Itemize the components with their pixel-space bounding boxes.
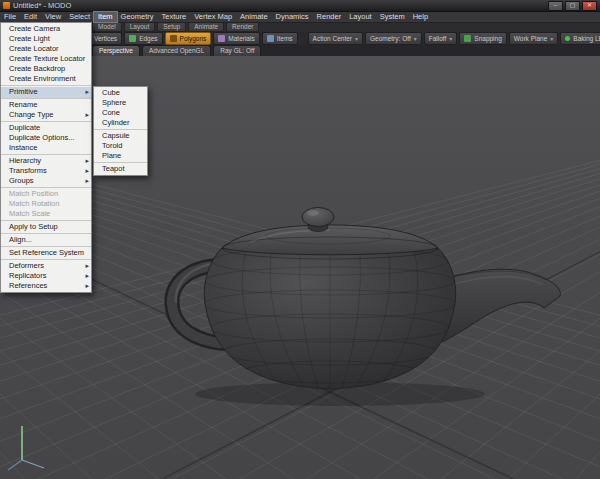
menu-item[interactable]: Change Type (1, 110, 91, 122)
menu-item[interactable]: Primitive (1, 87, 91, 99)
submenu-item[interactable]: Toroid (94, 141, 147, 151)
menu-item[interactable]: Match Scale (1, 209, 91, 221)
submenu-item[interactable]: Cylinder (94, 118, 147, 130)
menu-item[interactable]: Set Reference System (1, 248, 91, 260)
menu-item[interactable]: Groups (1, 176, 91, 188)
tool-button[interactable]: Snapping (459, 32, 506, 45)
menu-item[interactable]: Create Locator (1, 44, 91, 54)
tool-button[interactable]: Baking LE (560, 32, 600, 45)
viewport-tab[interactable]: Perspective (92, 45, 140, 56)
menubar-item[interactable]: Render (313, 12, 346, 22)
polygons-icon (170, 35, 177, 42)
menu-item[interactable]: Deformers (1, 261, 91, 271)
menubar-item[interactable]: Item (94, 12, 117, 22)
mode-button[interactable]: Materials (213, 32, 259, 45)
mode-button[interactable]: Polygons (165, 32, 212, 45)
menu-item[interactable]: Match Position (1, 189, 91, 199)
submenu-item[interactable]: Teapot (94, 164, 147, 174)
snapping-icon (464, 35, 471, 42)
layout-tab[interactable]: Render (226, 22, 259, 32)
menu-item[interactable]: Create Backdrop (1, 64, 91, 74)
viewport-tab[interactable]: Ray GL: Off (213, 45, 261, 56)
tool-button[interactable]: Falloff (424, 32, 458, 45)
submenu-item[interactable]: Plane (94, 151, 147, 163)
layout-tab[interactable]: Animate (188, 22, 224, 32)
layout-tab[interactable]: Setup (157, 22, 186, 32)
menubar-item[interactable]: Texture (158, 12, 191, 22)
tool-pipeline-group: Action Center Geometry: Off Falloff Snap… (308, 32, 600, 45)
axis-gizmo (8, 426, 44, 470)
items-icon (267, 35, 274, 42)
component-mode-group: Vertices Edges Polygons Materials Items (79, 32, 298, 45)
menubar-item[interactable]: Select (65, 12, 94, 22)
tool-button[interactable]: Action Center (308, 32, 363, 45)
layout-tab[interactable]: Model (92, 22, 122, 32)
menu-item[interactable]: References (1, 281, 91, 291)
menu-item[interactable]: Duplicate Options... (1, 133, 91, 143)
menu-item[interactable]: Hierarchy (1, 156, 91, 166)
menu-item[interactable]: Instance (1, 143, 91, 155)
viewport-tab[interactable]: Advanced OpenGL (142, 45, 211, 56)
menubar-item[interactable]: Layout (345, 12, 376, 22)
menubar-item[interactable]: Dynamics (272, 12, 313, 22)
window-title: Untitled* - MODO (13, 1, 546, 10)
menubar-item[interactable]: Help (409, 12, 432, 22)
edges-icon (129, 35, 136, 42)
minimize-button[interactable]: – (548, 1, 563, 11)
menu-item[interactable]: Create Environment (1, 74, 91, 86)
menubar-item[interactable]: Vertex Map (190, 12, 236, 22)
tool-button[interactable]: Work Plane (509, 32, 559, 45)
menu-item[interactable]: Apply to Setup (1, 222, 91, 234)
layout-tab[interactable]: Layout (124, 22, 156, 32)
primitive-submenu: Cube Sphere Cone Cylinder Capsule Toroid… (93, 86, 148, 176)
menubar-item[interactable]: View (41, 12, 65, 22)
menu-item[interactable]: Create Texture Locator (1, 54, 91, 64)
mode-button[interactable]: Edges (124, 32, 162, 45)
menu-item[interactable]: Duplicate (1, 123, 91, 133)
close-button[interactable]: ✕ (582, 1, 597, 11)
menubar-item[interactable]: Edit (20, 12, 41, 22)
menubar-item[interactable]: Geometry (117, 12, 158, 22)
app-icon (3, 2, 10, 9)
submenu-item[interactable]: Sphere (94, 98, 147, 108)
menu-item[interactable]: Align... (1, 235, 91, 247)
maximize-button[interactable]: ▢ (565, 1, 580, 11)
submenu-item[interactable]: Capsule (94, 131, 147, 141)
menu-item[interactable]: Create Camera (1, 24, 91, 34)
menubar-item[interactable]: File (0, 12, 20, 22)
teapot-model[interactable] (172, 208, 560, 407)
submenu-item[interactable]: Cone (94, 108, 147, 118)
menu-item[interactable]: Transforms (1, 166, 91, 176)
menubar-item[interactable]: Animate (236, 12, 272, 22)
menu-item[interactable]: Replicators (1, 271, 91, 281)
teapot-spout (440, 269, 560, 342)
menu-item[interactable]: Match Rotation (1, 199, 91, 209)
tool-button[interactable]: Geometry: Off (365, 32, 422, 45)
materials-icon (218, 35, 225, 42)
submenu-item[interactable]: Cube (94, 88, 147, 98)
item-menu: Create Camera Create Light Create Locato… (0, 22, 92, 293)
mode-button[interactable]: Items (262, 32, 298, 45)
titlebar: Untitled* - MODO – ▢ ✕ (0, 0, 600, 12)
baking-dot (565, 36, 570, 41)
menu-item[interactable]: Create Light (1, 34, 91, 44)
menu-item[interactable]: Rename (1, 100, 91, 110)
menubar-item[interactable]: System (376, 12, 409, 22)
